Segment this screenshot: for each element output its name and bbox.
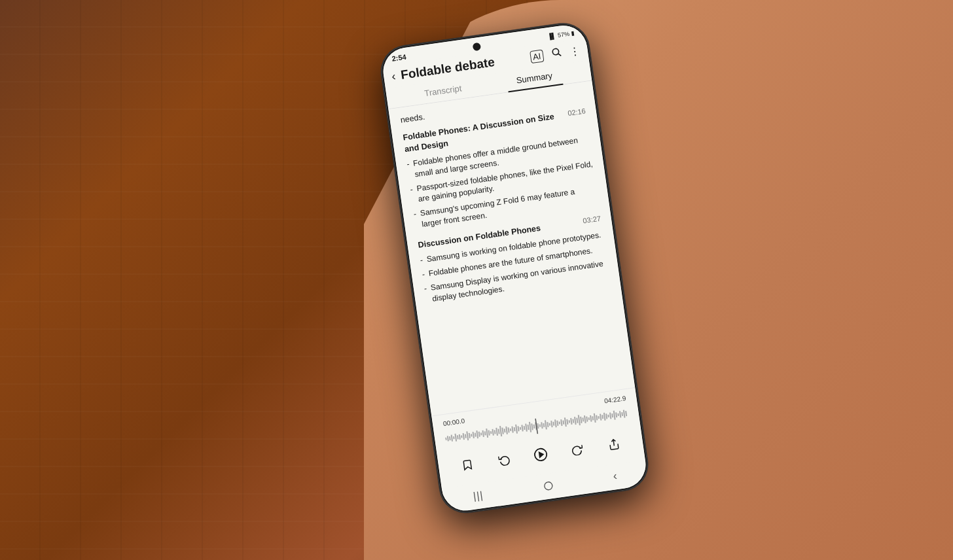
svg-rect-72	[580, 417, 582, 423]
bookmark-button[interactable]	[454, 451, 481, 478]
section-1: Foldable Phones: A Discussion on Size an…	[403, 107, 599, 231]
end-time: 04:22.9	[604, 394, 627, 405]
svg-rect-40	[520, 427, 522, 430]
svg-rect-84	[603, 413, 606, 421]
search-icon[interactable]	[550, 46, 563, 61]
svg-point-0	[552, 48, 560, 56]
svg-rect-18	[476, 430, 478, 438]
svg-rect-29	[498, 429, 500, 434]
signal-icon: ▐▌	[547, 33, 556, 41]
svg-rect-22	[484, 431, 486, 435]
svg-rect-69	[574, 417, 577, 425]
svg-rect-37	[514, 427, 516, 431]
svg-rect-50	[537, 423, 539, 429]
svg-rect-59	[554, 419, 557, 427]
battery-icon: ▮	[571, 30, 575, 37]
camera-cutout	[473, 43, 482, 52]
svg-rect-41	[521, 425, 523, 431]
svg-rect-14	[469, 433, 471, 438]
svg-rect-11	[463, 433, 465, 440]
section-1-time: 02:16	[567, 107, 586, 117]
svg-rect-76	[588, 417, 590, 420]
content-area: needs. Foldable Phones: A Discussion on …	[388, 80, 635, 415]
svg-rect-34	[508, 427, 510, 432]
svg-rect-68	[572, 419, 574, 423]
svg-rect-45	[529, 422, 531, 432]
svg-rect-43	[525, 424, 528, 432]
svg-rect-7	[454, 434, 457, 442]
svg-rect-55	[547, 422, 548, 427]
svg-rect-19	[478, 432, 480, 437]
svg-rect-30	[499, 426, 502, 436]
svg-rect-81	[598, 416, 600, 419]
nav-home-icon[interactable]	[542, 480, 554, 491]
svg-rect-92	[619, 411, 621, 417]
svg-rect-87	[609, 412, 611, 419]
svg-rect-85	[605, 413, 607, 419]
svg-rect-62	[560, 419, 562, 426]
svg-rect-67	[570, 418, 572, 425]
svg-rect-44	[527, 425, 529, 430]
svg-rect-93	[621, 412, 623, 416]
svg-rect-12	[465, 434, 467, 438]
back-button[interactable]: ‹	[391, 70, 396, 82]
svg-rect-17	[475, 432, 476, 436]
svg-rect-51	[539, 425, 541, 427]
svg-rect-74	[584, 415, 586, 423]
svg-line-1	[558, 54, 561, 56]
svg-rect-6	[453, 436, 455, 439]
battery-text: 57%	[557, 31, 569, 39]
svg-rect-33	[505, 427, 508, 434]
svg-rect-15	[471, 434, 473, 436]
svg-rect-3	[447, 436, 449, 441]
svg-rect-89	[613, 411, 616, 420]
nav-menu-icon[interactable]: |||	[473, 489, 484, 502]
ai-icon[interactable]: AI	[530, 49, 545, 63]
svg-rect-28	[495, 428, 498, 436]
svg-rect-27	[494, 430, 496, 434]
svg-rect-94	[623, 410, 626, 418]
rewind-button[interactable]	[491, 446, 518, 473]
status-time: 2:54	[391, 53, 406, 63]
svg-rect-64	[564, 417, 567, 427]
svg-rect-78	[592, 416, 594, 420]
svg-rect-90	[615, 412, 617, 417]
svg-rect-63	[562, 421, 564, 425]
svg-rect-54	[545, 420, 547, 429]
svg-rect-60	[556, 421, 558, 426]
nav-back-icon[interactable]: ‹	[612, 469, 618, 483]
svg-rect-13	[466, 431, 469, 440]
play-button[interactable]	[528, 442, 554, 468]
svg-rect-31	[501, 428, 503, 434]
svg-rect-9	[459, 434, 461, 440]
status-icons: ▐▌ 57% ▮	[547, 30, 575, 41]
svg-rect-16	[473, 432, 475, 438]
svg-rect-71	[578, 415, 581, 425]
svg-rect-2	[445, 438, 447, 440]
svg-rect-39	[518, 426, 520, 431]
svg-rect-23	[486, 429, 488, 438]
start-time: 00:00.0	[442, 417, 465, 428]
svg-rect-10	[461, 435, 463, 438]
svg-marker-97	[539, 452, 543, 457]
svg-rect-5	[451, 435, 453, 442]
forward-button[interactable]	[564, 436, 591, 463]
svg-rect-20	[480, 432, 482, 435]
svg-rect-95	[625, 411, 627, 416]
svg-rect-38	[515, 425, 518, 434]
svg-rect-70	[576, 418, 578, 423]
svg-rect-36	[511, 426, 513, 432]
top-icons: AI ⋮	[530, 44, 581, 63]
svg-rect-73	[582, 417, 584, 421]
more-icon[interactable]: ⋮	[568, 44, 580, 58]
svg-rect-80	[596, 415, 598, 420]
section-2: Discussion on Foldable Phones 03:27 - Sa…	[418, 215, 609, 306]
svg-rect-83	[602, 415, 603, 419]
svg-rect-42	[524, 426, 526, 430]
svg-rect-24	[488, 430, 490, 436]
svg-rect-35	[510, 429, 512, 431]
svg-rect-82	[600, 414, 602, 421]
svg-rect-77	[590, 415, 592, 422]
svg-rect-75	[586, 416, 588, 421]
share-button[interactable]	[600, 431, 627, 458]
